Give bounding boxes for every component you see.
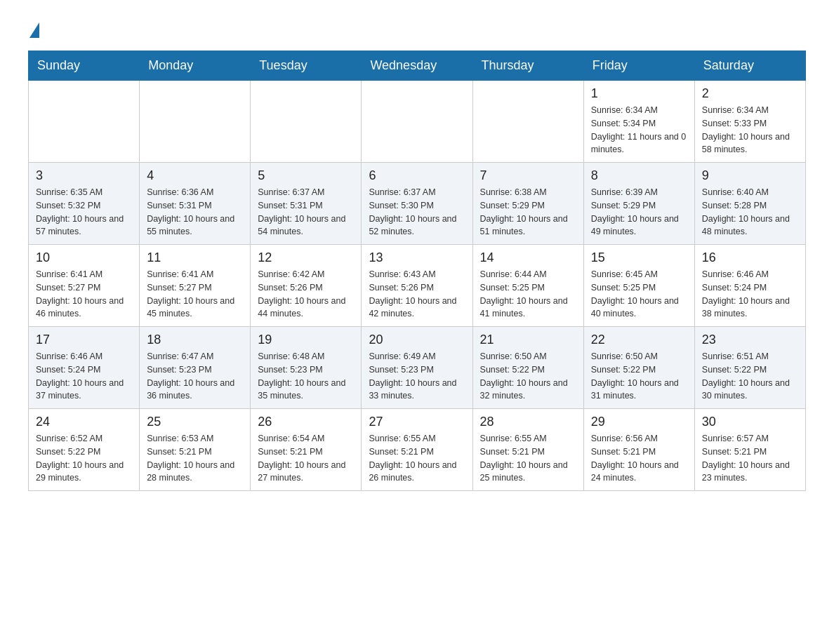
week-row-4: 17Sunrise: 6:46 AM Sunset: 5:24 PM Dayli… [29, 327, 806, 409]
calendar-cell: 19Sunrise: 6:48 AM Sunset: 5:23 PM Dayli… [251, 327, 362, 409]
day-number: 24 [36, 415, 132, 429]
calendar-cell: 27Sunrise: 6:55 AM Sunset: 5:21 PM Dayli… [362, 409, 472, 491]
day-info: Sunrise: 6:48 AM Sunset: 5:23 PM Dayligh… [258, 350, 354, 403]
day-info: Sunrise: 6:38 AM Sunset: 5:29 PM Dayligh… [480, 186, 576, 239]
day-info: Sunrise: 6:34 AM Sunset: 5:34 PM Dayligh… [591, 104, 687, 156]
day-number: 8 [591, 168, 687, 183]
day-number: 13 [369, 250, 465, 265]
day-number: 1 [591, 86, 687, 101]
day-info: Sunrise: 6:46 AM Sunset: 5:24 PM Dayligh… [702, 268, 798, 321]
calendar-cell: 13Sunrise: 6:43 AM Sunset: 5:26 PM Dayli… [362, 245, 472, 327]
day-number: 11 [147, 250, 243, 265]
calendar-cell: 20Sunrise: 6:49 AM Sunset: 5:23 PM Dayli… [362, 327, 472, 409]
day-info: Sunrise: 6:41 AM Sunset: 5:27 PM Dayligh… [36, 268, 132, 321]
day-info: Sunrise: 6:44 AM Sunset: 5:25 PM Dayligh… [480, 268, 576, 321]
calendar-cell: 3Sunrise: 6:35 AM Sunset: 5:32 PM Daylig… [29, 163, 140, 245]
day-info: Sunrise: 6:36 AM Sunset: 5:31 PM Dayligh… [147, 186, 243, 239]
day-number: 12 [258, 250, 354, 265]
day-number: 21 [480, 333, 576, 347]
day-number: 17 [36, 333, 132, 347]
calendar-cell: 28Sunrise: 6:55 AM Sunset: 5:21 PM Dayli… [472, 409, 583, 491]
calendar-cell [362, 81, 472, 163]
day-number: 22 [591, 333, 687, 347]
calendar-cell [472, 81, 583, 163]
day-info: Sunrise: 6:46 AM Sunset: 5:24 PM Dayligh… [36, 350, 132, 403]
day-number: 4 [147, 168, 243, 183]
calendar-cell: 22Sunrise: 6:50 AM Sunset: 5:22 PM Dayli… [583, 327, 694, 409]
calendar-cell: 12Sunrise: 6:42 AM Sunset: 5:26 PM Dayli… [251, 245, 362, 327]
day-number: 26 [258, 415, 354, 429]
calendar-cell: 18Sunrise: 6:47 AM Sunset: 5:23 PM Dayli… [140, 327, 251, 409]
day-info: Sunrise: 6:37 AM Sunset: 5:31 PM Dayligh… [258, 186, 354, 239]
day-info: Sunrise: 6:39 AM Sunset: 5:29 PM Dayligh… [591, 186, 687, 239]
calendar-cell: 25Sunrise: 6:53 AM Sunset: 5:21 PM Dayli… [140, 409, 251, 491]
day-number: 23 [702, 333, 798, 347]
weekday-header-monday: Monday [140, 51, 251, 81]
calendar-table: SundayMondayTuesdayWednesdayThursdayFrid… [28, 51, 806, 491]
day-number: 14 [480, 250, 576, 265]
day-info: Sunrise: 6:37 AM Sunset: 5:30 PM Dayligh… [369, 186, 465, 239]
day-number: 28 [480, 415, 576, 429]
day-info: Sunrise: 6:45 AM Sunset: 5:25 PM Dayligh… [591, 268, 687, 321]
day-info: Sunrise: 6:49 AM Sunset: 5:23 PM Dayligh… [369, 350, 465, 403]
calendar-cell: 11Sunrise: 6:41 AM Sunset: 5:27 PM Dayli… [140, 245, 251, 327]
calendar-cell: 1Sunrise: 6:34 AM Sunset: 5:34 PM Daylig… [583, 81, 694, 163]
page-header [28, 21, 806, 36]
day-info: Sunrise: 6:54 AM Sunset: 5:21 PM Dayligh… [258, 432, 354, 485]
day-info: Sunrise: 6:47 AM Sunset: 5:23 PM Dayligh… [147, 350, 243, 403]
calendar-cell: 7Sunrise: 6:38 AM Sunset: 5:29 PM Daylig… [472, 163, 583, 245]
week-row-1: 1Sunrise: 6:34 AM Sunset: 5:34 PM Daylig… [29, 81, 806, 163]
day-info: Sunrise: 6:55 AM Sunset: 5:21 PM Dayligh… [369, 432, 465, 485]
day-number: 7 [480, 168, 576, 183]
day-info: Sunrise: 6:56 AM Sunset: 5:21 PM Dayligh… [591, 432, 687, 485]
day-info: Sunrise: 6:57 AM Sunset: 5:21 PM Dayligh… [702, 432, 798, 485]
day-number: 29 [591, 415, 687, 429]
day-info: Sunrise: 6:35 AM Sunset: 5:32 PM Dayligh… [36, 186, 132, 239]
calendar-cell: 24Sunrise: 6:52 AM Sunset: 5:22 PM Dayli… [29, 409, 140, 491]
day-info: Sunrise: 6:34 AM Sunset: 5:33 PM Dayligh… [702, 104, 798, 156]
calendar-cell: 16Sunrise: 6:46 AM Sunset: 5:24 PM Dayli… [694, 245, 805, 327]
calendar-cell [140, 81, 251, 163]
calendar-cell: 14Sunrise: 6:44 AM Sunset: 5:25 PM Dayli… [472, 245, 583, 327]
calendar-cell: 9Sunrise: 6:40 AM Sunset: 5:28 PM Daylig… [694, 163, 805, 245]
weekday-header-sunday: Sunday [29, 51, 140, 81]
day-info: Sunrise: 6:50 AM Sunset: 5:22 PM Dayligh… [480, 350, 576, 403]
calendar-cell: 4Sunrise: 6:36 AM Sunset: 5:31 PM Daylig… [140, 163, 251, 245]
day-number: 20 [369, 333, 465, 347]
day-number: 6 [369, 168, 465, 183]
weekday-header-saturday: Saturday [694, 51, 805, 81]
day-number: 9 [702, 168, 798, 183]
day-number: 10 [36, 250, 132, 265]
day-info: Sunrise: 6:51 AM Sunset: 5:22 PM Dayligh… [702, 350, 798, 403]
calendar-cell: 26Sunrise: 6:54 AM Sunset: 5:21 PM Dayli… [251, 409, 362, 491]
week-row-3: 10Sunrise: 6:41 AM Sunset: 5:27 PM Dayli… [29, 245, 806, 327]
day-number: 3 [36, 168, 132, 183]
day-number: 18 [147, 333, 243, 347]
logo-triangle-icon [29, 22, 39, 38]
calendar-cell: 23Sunrise: 6:51 AM Sunset: 5:22 PM Dayli… [694, 327, 805, 409]
calendar-cell: 5Sunrise: 6:37 AM Sunset: 5:31 PM Daylig… [251, 163, 362, 245]
day-info: Sunrise: 6:50 AM Sunset: 5:22 PM Dayligh… [591, 350, 687, 403]
day-number: 19 [258, 333, 354, 347]
day-number: 25 [147, 415, 243, 429]
weekday-header-tuesday: Tuesday [251, 51, 362, 81]
day-number: 16 [702, 250, 798, 265]
day-info: Sunrise: 6:52 AM Sunset: 5:22 PM Dayligh… [36, 432, 132, 485]
calendar-cell [251, 81, 362, 163]
week-row-2: 3Sunrise: 6:35 AM Sunset: 5:32 PM Daylig… [29, 163, 806, 245]
weekday-header-thursday: Thursday [472, 51, 583, 81]
weekday-header-wednesday: Wednesday [362, 51, 472, 81]
day-info: Sunrise: 6:43 AM Sunset: 5:26 PM Dayligh… [369, 268, 465, 321]
day-number: 27 [369, 415, 465, 429]
calendar-cell: 29Sunrise: 6:56 AM Sunset: 5:21 PM Dayli… [583, 409, 694, 491]
calendar-cell: 10Sunrise: 6:41 AM Sunset: 5:27 PM Dayli… [29, 245, 140, 327]
calendar-cell [29, 81, 140, 163]
day-number: 5 [258, 168, 354, 183]
day-info: Sunrise: 6:53 AM Sunset: 5:21 PM Dayligh… [147, 432, 243, 485]
calendar-cell: 21Sunrise: 6:50 AM Sunset: 5:22 PM Dayli… [472, 327, 583, 409]
logo [28, 21, 39, 36]
day-info: Sunrise: 6:42 AM Sunset: 5:26 PM Dayligh… [258, 268, 354, 321]
day-info: Sunrise: 6:40 AM Sunset: 5:28 PM Dayligh… [702, 186, 798, 239]
day-info: Sunrise: 6:55 AM Sunset: 5:21 PM Dayligh… [480, 432, 576, 485]
day-number: 30 [702, 415, 798, 429]
